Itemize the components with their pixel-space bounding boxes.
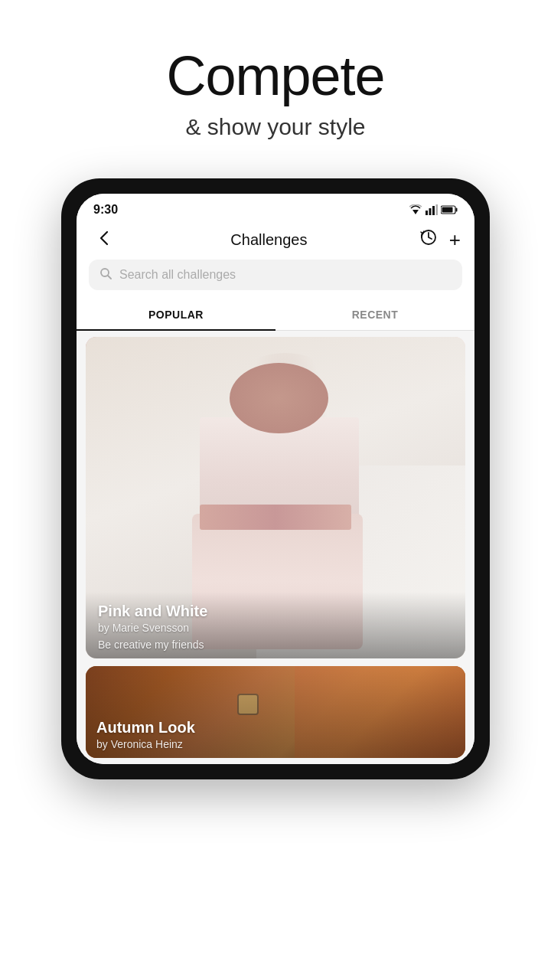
promo-title: Compete xyxy=(15,46,536,106)
challenge-author-pink-white: by Marie Svensson xyxy=(98,622,453,634)
challenge-title-autumn: Autumn Look xyxy=(96,719,455,737)
status-icons xyxy=(409,204,458,215)
tab-recent[interactable]: RECENT xyxy=(276,299,474,330)
signal-icon xyxy=(425,204,438,215)
promo-section: Compete & show your style xyxy=(0,0,551,163)
svg-rect-1 xyxy=(425,211,428,215)
phone-screen: 9:30 xyxy=(77,194,474,764)
svg-line-10 xyxy=(108,276,111,279)
promo-subtitle: & show your style xyxy=(15,114,536,140)
back-button[interactable] xyxy=(90,229,118,250)
challenges-list: Pink and White by Marie Svensson Be crea… xyxy=(77,331,474,764)
search-bar-container: Search all challenges xyxy=(77,260,474,299)
svg-rect-7 xyxy=(442,207,453,213)
svg-rect-4 xyxy=(436,204,439,215)
phone-device: 9:30 xyxy=(61,178,490,779)
challenge-image-autumn: Autumn Look by Veronica Heinz xyxy=(86,666,465,758)
challenge-description-pink-white: Be creative my friends xyxy=(98,639,453,651)
challenge-title-pink-white: Pink and White xyxy=(98,603,453,620)
history-icon[interactable] xyxy=(420,229,437,250)
nav-actions: + xyxy=(420,229,461,250)
tabs-container: POPULAR RECENT xyxy=(77,299,474,331)
nav-bar: Challenges + xyxy=(77,223,474,260)
challenge-author-autumn: by Veronica Heinz xyxy=(96,738,455,750)
svg-marker-0 xyxy=(412,210,419,214)
page-title: Challenges xyxy=(230,231,307,249)
search-bar[interactable]: Search all challenges xyxy=(89,260,462,290)
battery-icon xyxy=(441,205,458,214)
challenge-card-pink-white[interactable]: Pink and White by Marie Svensson Be crea… xyxy=(86,337,465,658)
challenge-overlay-autumn: Autumn Look by Veronica Heinz xyxy=(86,666,465,758)
svg-rect-2 xyxy=(429,208,432,215)
search-icon xyxy=(99,267,112,283)
tab-popular[interactable]: POPULAR xyxy=(77,299,276,330)
challenge-overlay-pink-white: Pink and White by Marie Svensson Be crea… xyxy=(86,592,465,658)
wifi-icon xyxy=(409,204,422,215)
status-time: 9:30 xyxy=(93,203,118,217)
status-bar: 9:30 xyxy=(77,194,474,223)
challenge-card-autumn[interactable]: Autumn Look by Veronica Heinz xyxy=(86,666,465,758)
svg-rect-6 xyxy=(456,208,458,212)
svg-rect-3 xyxy=(432,206,435,215)
add-button[interactable]: + xyxy=(449,230,461,250)
challenge-image-pink-white: Pink and White by Marie Svensson Be crea… xyxy=(86,337,465,658)
search-input[interactable]: Search all challenges xyxy=(119,268,236,282)
